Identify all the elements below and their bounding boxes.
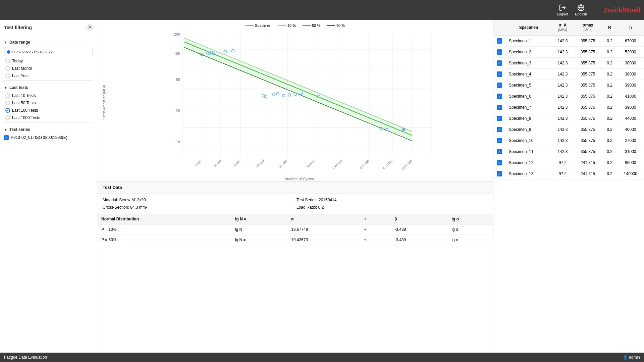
legend-p10-line [278,25,286,26]
specimen-n: 52000 [617,47,644,58]
last-tests-section-header[interactable]: ▼ Last tests [4,85,93,90]
svg-text:50.000: 50.000 [233,159,241,167]
specimen-check[interactable]: ✓ [493,102,505,113]
last-tests-arrow-icon: ▼ [4,86,7,90]
checkbox-icon: ✓ [497,71,502,77]
specimen-sigma-a: 142.3 [552,80,574,91]
table-row: ✓ Specimen_3 142.3 355.875 0.2 38000 [493,58,644,69]
specimen-check[interactable]: ✓ [493,80,505,91]
specimen-check[interactable]: ✓ [493,35,505,47]
col-sigma-max-header: σmax [MPa] [574,20,602,35]
nd-alpha: 18.67748 [287,224,360,235]
data-section: Test Data Material: Screw M12x90 Test Se… [97,181,493,353]
nd-lgN: lg N = [231,224,287,235]
specimen-n: 39000 [617,102,644,113]
svg-text:10.000.000: 10.000.000 [401,159,413,171]
language-button[interactable]: English [575,4,587,16]
specimen-R: 0.2 [602,124,617,135]
checkbox-icon: ✓ [497,83,502,88]
svg-text:50: 50 [176,78,180,82]
specimen-check[interactable]: ✓ [493,146,505,157]
divider-2 [4,80,93,81]
divider [4,35,93,35]
specimen-sigma-a: 142.3 [552,35,574,47]
radio-last-50[interactable]: Last 50 Tests [5,101,93,105]
chart-area: Specimen 10 % 50 % 90 % Stress Amplitude… [97,20,493,181]
svg-text:500.000: 500.000 [306,159,315,168]
header-actions: Logout English [557,4,587,16]
nd-beta: -3.439 [390,235,447,245]
table-row: ✓ Specimen_5 142.3 355.875 0.2 39000 [493,80,644,91]
radio-last-month[interactable]: Last Month [5,66,93,71]
svg-text:200: 200 [174,33,180,36]
normal-distribution-table: Normal Distribution lg N = α + β lg σ P … [97,214,493,245]
specimen-R: 0.2 [602,102,617,113]
right-panel: Specimen σ_A [MPa] σmax [MPa] R n [493,20,644,353]
radio-today[interactable]: Today [5,59,93,63]
specimen-check[interactable]: ✓ [493,69,505,80]
specimen-check[interactable]: ✓ [493,124,505,135]
date-range-section-header[interactable]: ▼ Date range [4,40,93,45]
specimen-check[interactable]: ✓ [493,168,505,179]
table-row: ✓ Specimen_1 142.3 355.875 0.2 67000 [493,35,644,47]
specimen-check[interactable]: ✓ [493,47,505,58]
radio-last-10[interactable]: Last 10 Tests [5,93,93,98]
radio-last-year-icon [5,73,10,78]
legend-p50: 50 % [303,23,320,28]
admin-icon: 👤 [623,355,629,360]
specimen-sigma-a: 97.2 [552,157,574,168]
checkbox-icon: ✓ [497,149,502,154]
nd-label: P = 50% : [97,235,231,245]
specimen-name: Specimen_13 [505,168,552,179]
specimen-check[interactable]: ✓ [493,113,505,124]
test-data-header: Test Data [97,182,493,194]
nd-label: P = 10% : [97,224,231,235]
col-alpha: α [287,214,360,224]
legend-p50-line [303,25,311,26]
legend-p90: 90 % [327,23,345,28]
sidebar-title: Test filtering ✕ [4,24,93,31]
table-row: ✓ Specimen_13 97.2 241.815 0.2 140000 [493,168,644,179]
divider-3 [4,122,93,122]
specimen-check[interactable]: ✓ [493,157,505,168]
test-series-section-header[interactable]: ▼ Test series [4,127,93,132]
specimen-sigma-max: 241.815 [574,157,602,168]
date-range-input[interactable]: 09/07/2022 - 09/16/2022 [4,48,93,56]
col-normal-dist: Normal Distribution [97,214,231,224]
specimen-sigma-max: 355.875 [574,91,602,102]
col-R-header: R [602,20,617,35]
radio-last-1000[interactable]: Last 1000 Tests [5,115,93,120]
specimen-sigma-a: 97.2 [552,168,574,179]
specimen-name: Specimen_8 [505,113,552,124]
specimen-check[interactable]: ✓ [493,58,505,69]
radio-last-year[interactable]: Last Year [5,73,93,78]
specimen-sigma-max: 355.875 [574,80,602,91]
radio-today-icon [5,59,10,63]
table-row: P = 50% : lg N = 19.43673 + -3.439 lg σ [97,235,493,245]
logout-button[interactable]: Logout [557,4,568,16]
checkbox-icon: ✓ [497,94,502,99]
radio-last-50-icon [5,101,10,105]
test-series-item[interactable]: P913-02_01: ISO 3800:1993(E) [4,135,93,140]
specimen-name: Specimen_7 [505,102,552,113]
header: Logout English Zwick/Roell [0,0,644,20]
specimen-check[interactable]: ✓ [493,135,505,146]
checkbox-icon: ✓ [497,60,502,66]
specimen-name: Specimen_3 [505,58,552,69]
radio-last-100[interactable]: Last 100 Tests [5,108,93,113]
checkbox-icon: ✓ [497,49,502,55]
specimen-R: 0.2 [602,157,617,168]
specimen-n: 140000 [617,168,644,179]
specimen-R: 0.2 [602,91,617,102]
specimens-table: Specimen σ_A [MPa] σmax [MPa] R n [493,20,644,179]
svg-text:1.000.000: 1.000.000 [332,159,342,170]
legend-p90-line [327,25,335,26]
nd-lgSigma: lg σ [447,224,493,235]
table-row: ✓ Specimen_9 142.3 355.875 0.2 40000 [493,124,644,135]
sidebar-close-button[interactable]: ✕ [86,24,93,31]
col-n-header: n [617,20,644,35]
nd-beta: -3.439 [390,224,447,235]
specimen-sigma-max: 355.875 [574,102,602,113]
specimen-check[interactable]: ✓ [493,91,505,102]
last-tests-options: Last 10 Tests Last 50 Tests Last 100 Tes… [4,93,93,120]
